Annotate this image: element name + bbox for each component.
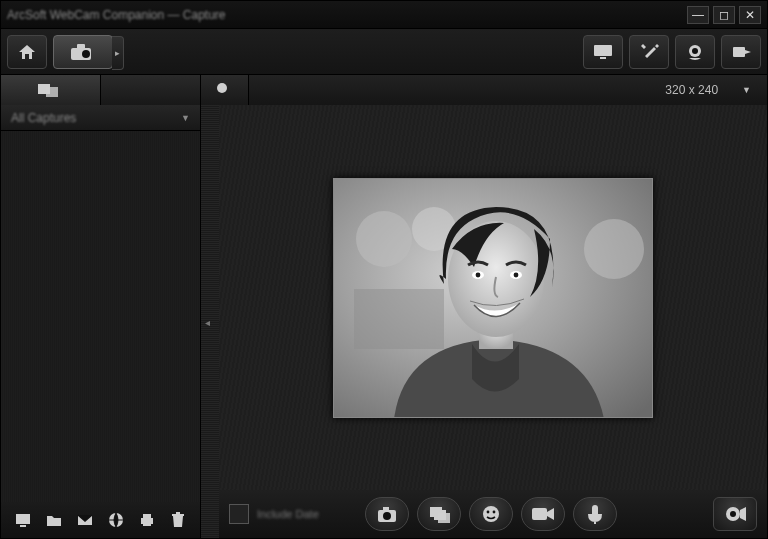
sidebar: All Captures ▼ [1, 105, 201, 538]
thumbnail-list [1, 131, 200, 502]
mic-icon [586, 504, 604, 524]
media-thumbs-icon [38, 82, 64, 98]
home-button[interactable] [7, 35, 47, 69]
capture-mode-button[interactable]: ▸ [53, 35, 113, 69]
main-pane: Include Date [219, 105, 767, 538]
mail-icon [77, 514, 93, 526]
svg-rect-7 [733, 47, 745, 57]
svg-point-27 [476, 272, 481, 277]
svg-point-37 [492, 511, 495, 514]
camera-icon [68, 41, 98, 63]
svg-rect-17 [143, 523, 151, 526]
resolution-label: 320 x 240 [665, 83, 718, 97]
close-icon: ✕ [745, 9, 755, 21]
export-icon [731, 43, 751, 61]
trash-icon [171, 512, 185, 528]
preview-area [219, 105, 767, 490]
filter-label: All Captures [11, 111, 76, 125]
svg-point-28 [514, 272, 519, 277]
svg-point-10 [217, 83, 227, 93]
monitor-icon [593, 44, 613, 60]
svg-point-41 [730, 511, 736, 517]
include-date-checkbox[interactable] [229, 504, 249, 524]
resolution-dropdown[interactable]: 320 x 240 ▼ [249, 75, 767, 105]
svg-point-1 [82, 50, 90, 58]
filter-dropdown[interactable]: All Captures ▼ [1, 105, 200, 131]
include-date-label: Include Date [257, 508, 319, 520]
close-button[interactable]: ✕ [739, 6, 761, 24]
capture-mode-dropdown[interactable]: ▸ [112, 36, 124, 70]
pane-divider[interactable]: ◂ [201, 105, 219, 538]
chevron-down-icon: ▼ [742, 85, 751, 95]
svg-rect-34 [438, 513, 450, 523]
svg-rect-31 [383, 507, 389, 511]
open-folder-button[interactable] [44, 510, 64, 530]
burst-button[interactable] [417, 497, 461, 531]
svg-rect-4 [600, 57, 606, 59]
preview-image [334, 179, 653, 418]
tab-row: 320 x 240 ▼ [1, 75, 767, 105]
delete-button[interactable] [168, 510, 188, 530]
webcam-preview [333, 178, 653, 418]
svg-rect-21 [354, 289, 444, 349]
maximize-button[interactable]: ◻ [713, 6, 735, 24]
folder-icon [46, 513, 62, 527]
svg-rect-16 [143, 514, 151, 518]
collapse-handle[interactable]: ◂ [205, 316, 210, 327]
preview-icon [723, 504, 747, 524]
window-controls: — ◻ ✕ [687, 6, 761, 24]
maximize-icon: ◻ [719, 9, 729, 21]
full-preview-button[interactable] [713, 497, 757, 531]
video-icon [531, 506, 555, 522]
svg-rect-12 [20, 525, 26, 527]
svg-point-36 [486, 511, 489, 514]
title-bar: ArcSoft WebCam Companion — Capture — ◻ ✕ [1, 1, 767, 29]
audio-record-button[interactable] [573, 497, 617, 531]
svg-rect-3 [594, 45, 612, 56]
print-icon [139, 513, 155, 527]
export-button[interactable] [721, 35, 761, 69]
snapshot-button[interactable] [365, 497, 409, 531]
svg-point-6 [692, 48, 698, 54]
svg-point-22 [584, 219, 644, 279]
globe-icon [108, 512, 124, 528]
burst-icon [428, 505, 450, 523]
face-button[interactable] [469, 497, 513, 531]
main-toolbar: ▸ [1, 29, 767, 75]
svg-rect-9 [46, 87, 58, 97]
svg-rect-38 [532, 508, 547, 520]
settings-button[interactable] [629, 35, 669, 69]
home-icon [17, 43, 37, 61]
body: All Captures ▼ ◂ [1, 105, 767, 538]
capture-bar: Include Date [219, 490, 767, 538]
video-record-button[interactable] [521, 497, 565, 531]
slideshow-button[interactable] [13, 510, 33, 530]
sidebar-tools [1, 502, 200, 538]
chevron-down-icon: ▼ [181, 113, 190, 123]
webcam-settings-button[interactable] [675, 35, 715, 69]
tools-icon [639, 42, 659, 62]
face-icon [481, 504, 501, 524]
window-title: ArcSoft WebCam Companion — Capture [7, 8, 226, 22]
svg-point-30 [383, 512, 391, 520]
tab-video-browser[interactable] [101, 75, 201, 105]
svg-point-19 [356, 211, 412, 267]
minimize-button[interactable]: — [687, 6, 709, 24]
camera-icon [376, 505, 398, 523]
slideshow-icon [15, 513, 31, 527]
email-button[interactable] [75, 510, 95, 530]
display-button[interactable] [583, 35, 623, 69]
app-window: ArcSoft WebCam Companion — Capture — ◻ ✕… [0, 0, 768, 539]
tab-media-browser[interactable] [1, 75, 101, 105]
minimize-icon: — [692, 9, 704, 21]
web-button[interactable] [106, 510, 126, 530]
tab-effects[interactable] [201, 75, 249, 105]
svg-rect-11 [16, 514, 30, 524]
webcam-icon [684, 43, 706, 61]
wand-icon [215, 81, 235, 99]
svg-point-35 [483, 506, 499, 522]
svg-rect-2 [77, 44, 85, 49]
print-button[interactable] [137, 510, 157, 530]
